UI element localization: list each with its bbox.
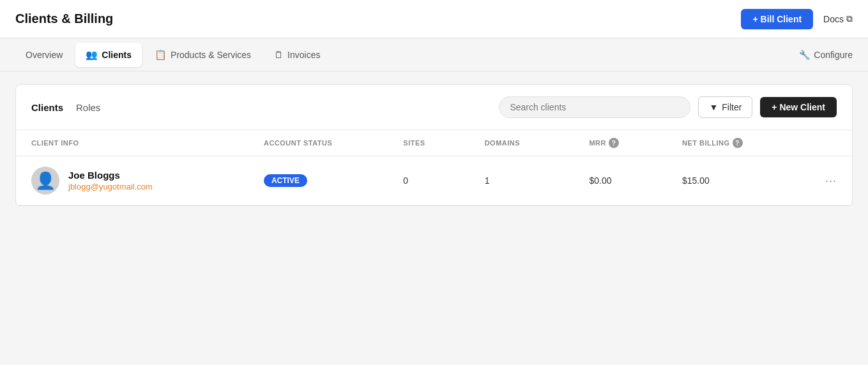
status-badge: ACTIVE: [264, 174, 307, 187]
bill-client-button[interactable]: + Bill Client: [741, 9, 813, 29]
toolbar-right: ▼ Filter + New Client: [499, 96, 837, 118]
table-row: 👤 Joe Bloggs jblogg@yugotmail.com ACTIVE…: [16, 156, 852, 205]
clients-toolbar: Clients Roles ▼ Filter + New Client: [16, 85, 852, 130]
col-domains: DOMAINS: [485, 138, 590, 148]
nav-tabs-left: Overview 👥 Clients 📋 Products & Services…: [15, 38, 330, 71]
page-title: Clients & Billing: [15, 11, 113, 26]
external-link-icon: ⧉: [846, 13, 853, 24]
search-wrapper: [499, 96, 690, 118]
tab-overview-label: Overview: [26, 50, 63, 60]
wrench-icon: 🔧: [799, 50, 810, 60]
header-actions: + Bill Client Docs ⧉: [741, 9, 853, 29]
avatar: 👤: [31, 167, 59, 195]
toolbar-left: Clients Roles: [31, 102, 100, 113]
tab-products-services-label: Products & Services: [171, 50, 251, 60]
search-input[interactable]: [499, 96, 690, 118]
clients-icon: 👥: [86, 49, 98, 61]
mrr-help-icon[interactable]: ?: [609, 138, 619, 148]
docs-label: Docs: [823, 14, 844, 24]
col-actions: [798, 138, 837, 148]
page-header: Clients & Billing + Bill Client Docs ⧉: [0, 0, 868, 38]
new-client-button[interactable]: + New Client: [760, 97, 837, 117]
tab-products-services[interactable]: 📋 Products & Services: [144, 43, 261, 67]
main-content: Clients Roles ▼ Filter + New Client: [0, 71, 868, 219]
configure-label: Configure: [814, 50, 853, 60]
client-email: jblogg@yugotmail.com: [68, 182, 153, 191]
tab-invoices-label: Invoices: [287, 50, 320, 60]
account-status-cell: ACTIVE: [264, 174, 403, 187]
table-header: CLIENT INFO ACCOUNT STATUS SITES DOMAINS…: [16, 130, 852, 156]
tab-invoices[interactable]: 🗒 Invoices: [264, 43, 330, 67]
net-billing-cell: $15.00: [682, 175, 798, 186]
tab-clients[interactable]: 👥 Clients: [75, 43, 142, 67]
products-icon: 📋: [155, 49, 167, 61]
avatar-icon: 👤: [35, 171, 56, 191]
roles-tab-label[interactable]: Roles: [76, 102, 100, 113]
invoices-icon: 🗒: [274, 49, 284, 60]
docs-link[interactable]: Docs ⧉: [823, 13, 853, 24]
col-net-billing: NET BILLING ?: [682, 138, 798, 148]
client-info-cell: 👤 Joe Bloggs jblogg@yugotmail.com: [31, 167, 264, 195]
nav-tabs: Overview 👥 Clients 📋 Products & Services…: [0, 38, 868, 71]
client-name: Joe Bloggs: [68, 170, 153, 181]
clients-table: CLIENT INFO ACCOUNT STATUS SITES DOMAINS…: [16, 130, 852, 205]
mrr-cell: $0.00: [589, 175, 682, 186]
col-mrr: MRR ?: [589, 138, 682, 148]
filter-button[interactable]: ▼ Filter: [698, 96, 752, 118]
tab-overview[interactable]: Overview: [15, 43, 73, 67]
sites-cell: 0: [403, 175, 484, 186]
content-card: Clients Roles ▼ Filter + New Client: [15, 84, 853, 206]
col-client-info: CLIENT INFO: [31, 138, 264, 148]
filter-icon: ▼: [709, 102, 718, 112]
col-account-status: ACCOUNT STATUS: [264, 138, 403, 148]
configure-button[interactable]: 🔧 Configure: [799, 50, 853, 60]
net-billing-help-icon[interactable]: ?: [733, 138, 743, 148]
row-actions-button[interactable]: ···: [798, 174, 837, 188]
col-sites: SITES: [403, 138, 484, 148]
filter-label: Filter: [722, 102, 742, 112]
tab-clients-label: Clients: [102, 50, 132, 60]
clients-tab-label[interactable]: Clients: [31, 102, 63, 113]
domains-cell: 1: [485, 175, 590, 186]
client-details: Joe Bloggs jblogg@yugotmail.com: [68, 170, 153, 191]
